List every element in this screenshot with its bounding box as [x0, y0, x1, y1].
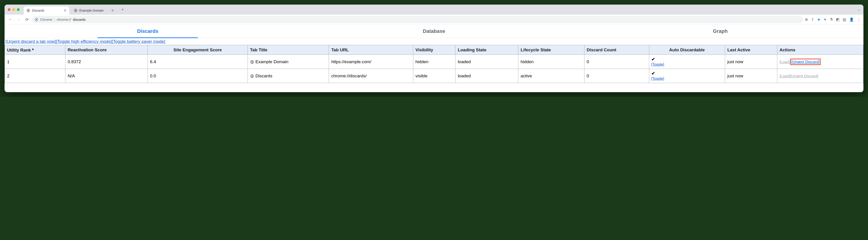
toggle-auto-link[interactable]: [Toggle]: [651, 62, 664, 66]
browser-toolbar: ← → ⟳ Chrome | chrome://discards ⊕ ⇪ ★ ✦…: [5, 14, 863, 25]
cell-reactivation: 0.8372: [65, 55, 148, 69]
top-action-links: [Urgent discard a tab now][Toggle high e…: [5, 38, 863, 44]
col-tab-title[interactable]: Tab Title: [248, 45, 329, 55]
check-icon: ✔: [651, 71, 722, 76]
forward-button[interactable]: →: [16, 17, 22, 23]
cast-icon[interactable]: ◩: [836, 17, 839, 22]
urgent-discard-action[interactable]: [Urgent Discard]: [792, 60, 819, 64]
table-header-row: Utility Rank▲ Reactivation Score Site En…: [5, 45, 863, 55]
new-tab-button[interactable]: +: [119, 6, 126, 13]
reload-button[interactable]: ⟳: [24, 17, 30, 23]
browser-tab-example[interactable]: Example Domain ✕: [71, 6, 117, 14]
labs-icon[interactable]: ⚗: [830, 17, 833, 22]
cell-url: chrome://discards/: [329, 69, 413, 83]
cell-actions: [Load][Urgent Discard]: [777, 55, 863, 69]
close-tab-icon[interactable]: ✕: [64, 9, 67, 12]
cell-last-active: just now: [725, 69, 777, 83]
omnibox-path: chrome://: [57, 18, 71, 22]
col-utility-rank[interactable]: Utility Rank▲: [5, 45, 65, 55]
cell-loading: loaded: [456, 55, 518, 69]
cell-engagement: 0.0: [148, 69, 248, 83]
col-loading[interactable]: Loading State: [456, 45, 518, 55]
col-discard-count[interactable]: Discard Count: [584, 45, 649, 55]
col-actions[interactable]: Actions: [777, 45, 863, 55]
extensions-icon[interactable]: ✦: [824, 17, 827, 22]
cell-tab-title: Example Domain: [248, 55, 329, 69]
cell-visibility: hidden: [413, 55, 456, 69]
toggle-efficiency-link[interactable]: [Toggle high efficiency mode]: [56, 39, 112, 44]
omnibox-path-strong: discards: [73, 18, 86, 22]
highlight-box: [Urgent Discard]: [790, 59, 820, 65]
svg-point-3: [36, 19, 37, 20]
cell-auto-discardable: ✔[Toggle]: [649, 69, 725, 83]
cell-engagement: 6.4: [148, 55, 248, 69]
cell-discard-count: 0: [584, 69, 649, 83]
chrome-icon: [35, 18, 38, 22]
table-row: 10.83726.4Example Domainhttps://example.…: [5, 55, 863, 69]
tab-title: Example Domain: [79, 9, 104, 12]
col-engagement[interactable]: Site Engagement Score: [148, 45, 248, 55]
menu-icon[interactable]: ⋮: [857, 17, 861, 22]
profile-icon[interactable]: 👤: [849, 17, 854, 22]
tab-list-button[interactable]: ⌄: [858, 8, 860, 11]
globe-icon: [250, 74, 254, 78]
col-tab-url[interactable]: Tab URL: [329, 45, 413, 55]
window-titlebar: Discards ✕ Example Domain ✕ + ⌄: [5, 5, 863, 14]
back-button[interactable]: ←: [7, 17, 14, 23]
tab-title: Discards: [32, 9, 44, 12]
side-panel-icon[interactable]: ▥: [843, 17, 846, 22]
urgent-discard-action: [Urgent Discard]: [790, 74, 818, 78]
maximize-window-button[interactable]: [17, 8, 20, 11]
bookmark-star-icon[interactable]: ★: [817, 17, 820, 22]
cell-tab-title: Discards: [248, 69, 329, 83]
share-icon[interactable]: ⇪: [811, 17, 814, 22]
cell-reactivation: N/A: [65, 69, 148, 83]
sort-indicator-icon: ▲: [31, 47, 35, 51]
toggle-auto-link[interactable]: [Toggle]: [651, 77, 664, 81]
cell-discard-count: 0: [584, 55, 649, 69]
discards-table: Utility Rank▲ Reactivation Score Site En…: [5, 45, 863, 83]
close-tab-icon[interactable]: ✕: [111, 9, 114, 12]
col-reactivation[interactable]: Reactivation Score: [65, 45, 148, 55]
table-row: 2N/A0.0Discardschrome://discards/visible…: [5, 69, 863, 83]
load-action: [Load]: [780, 60, 790, 64]
page-tabs: Discards Database Graph: [5, 25, 863, 38]
browser-window: Discards ✕ Example Domain ✕ + ⌄ ← → ⟳ Ch…: [5, 5, 863, 92]
globe-icon: [74, 9, 78, 12]
check-icon: ✔: [651, 57, 722, 62]
cell-rank: 1: [5, 55, 65, 69]
cell-visibility: visible: [413, 69, 456, 83]
close-window-button[interactable]: [8, 8, 10, 11]
page-content: Discards Database Graph [Urgent discard …: [5, 25, 863, 92]
cell-actions: [Load][Urgent Discard]: [777, 69, 863, 83]
load-action: [Load]: [780, 74, 790, 78]
cell-rank: 2: [5, 69, 65, 83]
toolbar-actions: ⊕ ⇪ ★ ✦ ⚗ ◩ ▥ 👤 ⋮: [805, 17, 861, 22]
toggle-battery-link[interactable]: [Toggle battery saver mode]: [112, 39, 165, 44]
col-last-active[interactable]: Last Active: [725, 45, 777, 55]
urgent-discard-link[interactable]: [Urgent discard a tab now]: [5, 39, 56, 44]
col-visibility[interactable]: Visibility: [413, 45, 456, 55]
tab-discards[interactable]: Discards: [5, 25, 291, 38]
cell-lifecycle: hidden: [518, 55, 584, 69]
cell-loading: loaded: [456, 69, 518, 83]
omnibox-prefix: Chrome: [40, 18, 52, 22]
omnibox-separator: |: [54, 18, 55, 22]
globe-icon: [250, 60, 254, 64]
address-bar[interactable]: Chrome | chrome://discards: [32, 16, 803, 23]
window-controls: [8, 8, 20, 11]
globe-icon: [26, 9, 30, 12]
minimize-window-button[interactable]: [12, 8, 15, 11]
cell-auto-discardable: ✔[Toggle]: [649, 55, 725, 69]
browser-tab-discards[interactable]: Discards ✕: [24, 6, 69, 14]
tab-graph[interactable]: Graph: [577, 25, 863, 38]
cell-lifecycle: active: [518, 69, 584, 83]
tab-database[interactable]: Database: [291, 25, 577, 38]
zoom-icon[interactable]: ⊕: [805, 17, 808, 22]
cell-last-active: just now: [725, 55, 777, 69]
col-auto[interactable]: Auto Discardable: [649, 45, 725, 55]
col-lifecycle[interactable]: Lifecycle State: [518, 45, 584, 55]
cell-url: https://example.com/: [329, 55, 413, 69]
